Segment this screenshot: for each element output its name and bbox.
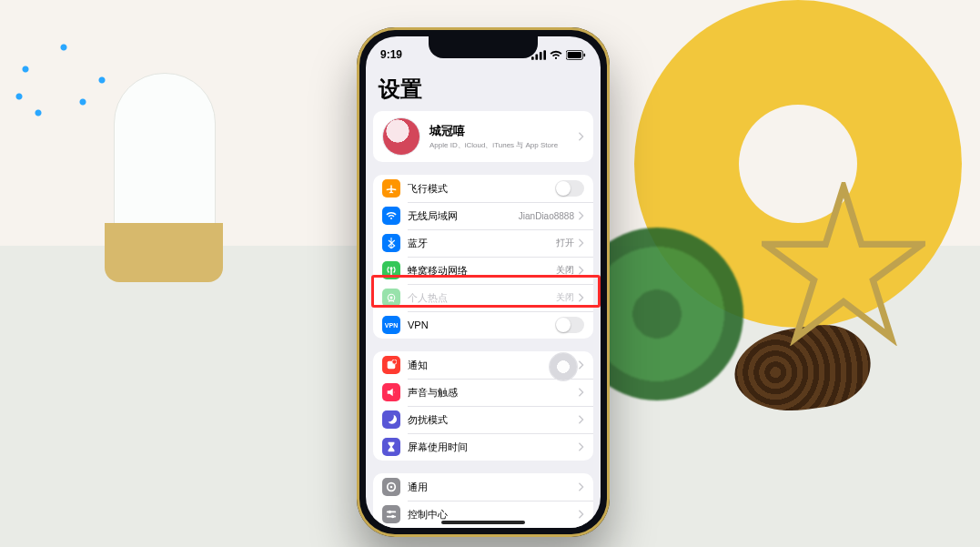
chevron-right-icon [578, 360, 584, 370]
antenna-icon [382, 261, 400, 279]
wifi-row[interactable]: 无线局域网 JianDiao8888 [373, 202, 593, 229]
profile-group: 城冠嘻 Apple ID、iCloud、iTunes 与 App Store [373, 111, 593, 162]
wifi-detail: JianDiao8888 [519, 211, 574, 221]
chevron-right-icon [578, 415, 584, 424]
airplane-switch[interactable] [555, 180, 584, 197]
gear-icon [382, 478, 400, 496]
cellular-detail: 关闭 [556, 264, 574, 277]
dnd-row[interactable]: 勿扰模式 [373, 406, 593, 433]
svg-rect-15 [387, 512, 396, 513]
wifi-icon [550, 50, 562, 60]
iphone-device: 9:19 设置 [357, 27, 610, 537]
hotspot-detail: 关闭 [556, 291, 574, 304]
home-indicator[interactable] [441, 521, 525, 524]
notch [429, 36, 538, 58]
dnd-label: 勿扰模式 [408, 413, 578, 427]
chevron-right-icon [578, 510, 584, 519]
airplane-icon [382, 179, 400, 198]
svg-rect-17 [387, 516, 396, 518]
general-group: 通用 控制中心 [373, 473, 593, 528]
cellular-row[interactable]: 蜂窝移动网络 关闭 [373, 257, 593, 284]
diffuser-base-prop [105, 223, 223, 282]
svg-rect-4 [543, 50, 546, 60]
vpn-switch[interactable] [555, 317, 584, 333]
svg-marker-0 [765, 187, 923, 338]
general-label: 通用 [408, 481, 578, 494]
general-row[interactable]: 通用 [373, 473, 593, 501]
diffuser-prop [114, 73, 216, 234]
svg-point-8 [390, 297, 393, 299]
avatar [382, 117, 420, 156]
photo-scene: 9:19 设置 [0, 0, 980, 547]
bluetooth-detail: 打开 [556, 237, 574, 249]
notifications-icon [382, 356, 400, 374]
airplane-mode-row[interactable]: 飞行模式 [373, 175, 593, 202]
wifi-row-icon [382, 207, 400, 225]
chevron-right-icon [578, 211, 584, 220]
cellular-label: 蜂窝移动网络 [408, 264, 556, 278]
vpn-icon: VPN [382, 316, 400, 334]
connectivity-group: 飞行模式 无线局域网 JianDiao8888 蓝牙 打开 [373, 175, 593, 339]
chevron-right-icon [578, 293, 584, 302]
assistive-touch-button[interactable] [550, 353, 577, 380]
page-title: 设置 [366, 69, 601, 111]
apple-id-row[interactable]: 城冠嘻 Apple ID、iCloud、iTunes 与 App Store [373, 111, 593, 162]
svg-rect-3 [540, 51, 542, 59]
vpn-row[interactable]: VPN VPN [373, 311, 593, 339]
sounds-label: 声音与触感 [408, 386, 578, 400]
control-center-label: 控制中心 [408, 508, 578, 522]
bluetooth-label: 蓝牙 [408, 237, 556, 250]
sparkle-decoration [0, 36, 127, 146]
vpn-label: VPN [408, 319, 555, 330]
iphone-screen: 9:19 设置 [366, 36, 601, 528]
hotspot-icon [382, 289, 400, 307]
screentime-label: 屏幕使用时间 [408, 441, 578, 454]
svg-rect-6 [568, 52, 581, 58]
chevron-right-icon [578, 266, 584, 275]
sounds-icon [382, 383, 400, 401]
sounds-row[interactable]: 声音与触感 [373, 379, 593, 406]
svg-rect-2 [535, 54, 538, 59]
wifi-label: 无线局域网 [408, 209, 519, 223]
chevron-right-icon [578, 238, 584, 248]
screentime-row[interactable]: 屏幕使用时间 [373, 433, 593, 461]
svg-rect-7 [583, 53, 585, 56]
battery-icon [566, 50, 586, 60]
notifications-group: 通知 声音与触感 勿扰模式 屏幕使用时间 [373, 351, 593, 461]
bluetooth-icon [382, 234, 400, 252]
moon-icon [382, 410, 400, 429]
airplane-label: 飞行模式 [408, 182, 555, 196]
star-prop [762, 182, 925, 346]
profile-sub: Apple ID、iCloud、iTunes 与 App Store [429, 140, 578, 150]
svg-rect-1 [531, 56, 534, 60]
sliders-icon [382, 505, 400, 523]
chevron-right-icon [578, 132, 584, 141]
hotspot-row[interactable]: 个人热点 关闭 [373, 284, 593, 311]
hotspot-label: 个人热点 [408, 291, 556, 305]
chevron-right-icon [578, 442, 584, 451]
profile-name: 城冠嘻 Apple ID、iCloud、iTunes 与 App Store [429, 123, 578, 150]
status-right [531, 50, 586, 60]
chevron-right-icon [578, 482, 584, 491]
chevron-right-icon [578, 388, 584, 397]
svg-point-11 [392, 360, 397, 364]
bluetooth-row[interactable]: 蓝牙 打开 [373, 229, 593, 257]
svg-point-13 [390, 486, 393, 489]
hourglass-icon [382, 438, 400, 456]
status-time: 9:19 [380, 48, 402, 61]
profile-name-text: 城冠嘻 [429, 123, 578, 139]
